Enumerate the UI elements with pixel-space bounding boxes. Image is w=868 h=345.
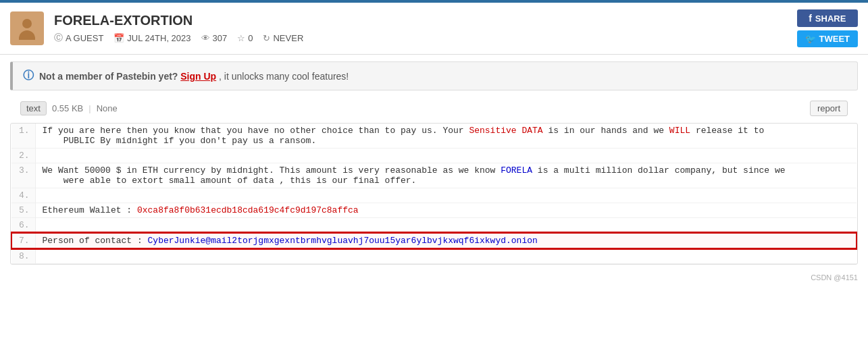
user-label: A GUEST [66,33,103,43]
line-number: 3. [11,163,35,188]
file-size: 0.55 KB [52,103,83,113]
line-number: 6. [11,218,35,234]
signup-link[interactable]: Sign Up [180,71,216,82]
meta-stars: ☆ 0 [237,33,253,43]
line-code: Person of contact : CyberJunkie@mail2tor… [35,233,857,248]
line-code [35,248,857,264]
expire-label: NEVER [273,33,303,43]
info-icon: ⓘ [23,69,34,83]
fb-label: SHARE [815,14,846,24]
meta-user: Ⓒ A GUEST [54,32,103,44]
meta-views: 👁 307 [201,33,228,43]
stars-count: 0 [248,33,253,43]
tw-icon: 🐦 [805,34,816,44]
paste-title: FORELA-EXTORTION [54,13,797,28]
line-number: 1. [11,124,35,149]
line-number: 2. [11,149,35,163]
notice-bar: ⓘ Not a member of Pastebin yet? Sign Up … [10,61,858,90]
notice-text: Not a member of Pastebin yet? Sign Up , … [39,71,349,82]
header-info: FORELA-EXTORTION Ⓒ A GUEST 📅 JUL 24TH, 2… [54,13,797,44]
user-icon: Ⓒ [54,32,63,44]
line-code: We Want 50000 $ in ETH currency by midni… [35,163,857,188]
tw-label: TWEET [819,34,850,44]
table-row: 8. [11,248,857,264]
separator: | [88,103,91,113]
avatar-head [22,19,32,28]
syntax-badge: text [20,101,47,115]
report-button[interactable]: report [810,101,848,116]
date-label: JUL 24TH, 2023 [127,33,190,43]
meta-date: 📅 JUL 24TH, 2023 [113,33,190,43]
star-icon: ☆ [237,33,245,43]
footer-note: CSDN @4151 [0,271,868,284]
line-code [35,218,857,234]
meta-row: Ⓒ A GUEST 📅 JUL 24TH, 2023 👁 307 ☆ 0 ↻ N… [54,32,797,44]
line-number: 4. [11,188,35,203]
line-number: 8. [11,248,35,264]
avatar-body [19,30,35,40]
facebook-share-button[interactable]: f SHARE [797,9,859,27]
table-row: 4. [11,188,857,203]
notice-after: , it unlocks many cool features! [219,71,349,82]
code-container: 1.If you are here then you know that you… [10,123,858,265]
avatar-figure [18,19,36,38]
avatar [10,11,44,45]
views-count: 307 [213,33,228,43]
table-row: 3.We Want 50000 $ in ETH currency by mid… [11,163,857,188]
code-table: 1.If you are here then you know that you… [11,124,857,264]
line-number: 7. [11,233,35,248]
share-buttons: f SHARE 🐦 TWEET [797,9,859,47]
line-number: 5. [11,203,35,218]
syntax-label: None [97,103,118,113]
line-code [35,149,857,163]
table-row: 6. [11,218,857,234]
twitter-share-button[interactable]: 🐦 TWEET [797,30,859,47]
table-row: 5.Ethereum Wallet : 0xca8fa8f0b631ecdb18… [11,203,857,218]
notice-before: Not a member of Pastebin yet? [39,71,178,82]
line-code: Ethereum Wallet : 0xca8fa8f0b631ecdb18cd… [35,203,857,218]
code-toolbar: text 0.55 KB | None report [10,97,858,120]
line-code: If you are here then you know that you h… [35,124,857,149]
table-row: 7.Person of contact : CyberJunkie@mail2t… [11,233,857,248]
views-icon: 👁 [201,33,210,43]
calendar-icon: 📅 [113,33,124,43]
fb-icon: f [809,13,812,24]
table-row: 2. [11,149,857,163]
expire-icon: ↻ [263,33,270,43]
meta-expire: ↻ NEVER [263,33,303,43]
line-code [35,188,857,203]
table-row: 1.If you are here then you know that you… [11,124,857,149]
header: FORELA-EXTORTION Ⓒ A GUEST 📅 JUL 24TH, 2… [0,3,868,55]
